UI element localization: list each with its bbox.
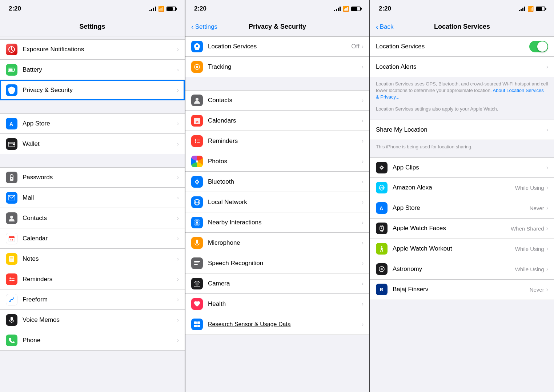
chevron-bajaj: › (546, 286, 548, 293)
label-contacts: Contacts (23, 215, 177, 222)
settings-row-reminders-p2[interactable]: Reminders › (185, 131, 369, 151)
settings-row-calendar[interactable]: 15 Calendar › (0, 228, 185, 249)
chevron-share: › (546, 127, 548, 133)
settings-list-3[interactable]: Location Services Location Alerts › Loca… (370, 36, 554, 392)
label-location-alerts: Location Alerts (376, 63, 546, 71)
settings-row-location[interactable]: Location Services Off › (185, 36, 369, 57)
icon-location (191, 41, 203, 52)
svg-point-56 (196, 283, 198, 285)
nav-back-3[interactable]: ‹ Back (376, 23, 393, 31)
toggle-switch[interactable] (529, 41, 548, 52)
settings-row-research[interactable]: Research Sensor & Usage Data › (185, 314, 369, 335)
settings-row-localnetwork[interactable]: Local Network › (185, 192, 369, 212)
chevron-astronomy: › (546, 266, 548, 272)
chevron-phone: › (177, 337, 179, 344)
settings-row-health[interactable]: Health › (185, 294, 369, 314)
value-appstore-loc: Never (530, 205, 544, 211)
label-exposure: Exposure Notifications (23, 46, 177, 53)
settings-row-astronomy[interactable]: Astronomy While Using › (370, 259, 554, 280)
icon-privacy (6, 84, 17, 96)
settings-row-freeform[interactable]: Freeform › (0, 289, 185, 310)
settings-row-watchfaces[interactable]: Apple Watch Faces When Shared › (370, 219, 554, 239)
label-voicememos: Voice Memos (23, 316, 177, 324)
svg-rect-17 (13, 236, 14, 237)
signal-bar-1 (149, 10, 150, 11)
status-icons-3: 📶 (519, 6, 545, 12)
settings-row-appclips[interactable]: App Clips › (370, 157, 554, 178)
panel-privacy: 2:20 📶 ‹ Settings Privacy & Security (185, 0, 369, 392)
chevron-watchfaces: › (546, 225, 548, 232)
label-reminders: Reminders (23, 276, 177, 283)
nav-back-2[interactable]: ‹ Settings (191, 23, 217, 31)
location-description: Location Services uses GPS, Bluetooth, a… (370, 77, 554, 102)
status-bar-1: 2:20 📶 (0, 0, 185, 17)
settings-row-battery[interactable]: Battery › (0, 60, 185, 80)
settings-row-wallet[interactable]: Wallet › (0, 134, 185, 154)
back-label-2[interactable]: Settings (195, 23, 217, 31)
settings-row-bajaj[interactable]: B Bajaj Finserv Never › (370, 280, 554, 300)
chevron-appstore: › (177, 120, 179, 127)
svg-text:15: 15 (10, 239, 13, 241)
settings-row-notes[interactable]: Notes › (0, 249, 185, 269)
icon-microphone (191, 237, 203, 249)
icon-bluetooth (191, 176, 203, 188)
label-watchworkout: Apple Watch Workout (393, 245, 515, 252)
spacer-bottom-2 (185, 335, 369, 348)
icon-alexa: alexa (376, 182, 388, 193)
settings-row-passwords[interactable]: Passwords › (0, 167, 185, 188)
settings-list-1[interactable]: Exposure Notifications › Battery › Priva… (0, 36, 185, 392)
chevron-contacts: › (177, 215, 179, 221)
chevron-health: › (362, 301, 364, 307)
label-appclips: App Clips (393, 164, 546, 171)
settings-row-share[interactable]: Share My Location › (370, 120, 554, 140)
icon-freeform (6, 294, 17, 305)
settings-row-contacts-p2[interactable]: Contacts › (185, 90, 369, 111)
settings-row-calendars[interactable]: 15 Calendars › (185, 111, 369, 131)
settings-row-mail[interactable]: Mail › (0, 188, 185, 208)
svg-point-25 (9, 280, 11, 281)
settings-row-exposure[interactable]: Exposure Notifications › (0, 39, 185, 60)
settings-row-appstore-loc[interactable]: A App Store Never › (370, 198, 554, 219)
settings-row-watchworkout[interactable]: Apple Watch Workout While Using › (370, 239, 554, 259)
settings-row-contacts[interactable]: Contacts › (0, 208, 185, 228)
chevron-bluetooth: › (362, 179, 364, 185)
label-location: Location Services (208, 43, 351, 50)
settings-row-camera[interactable]: Camera › (185, 273, 369, 294)
settings-row-voicememos[interactable]: Voice Memos › (0, 310, 185, 330)
settings-row-alexa[interactable]: alexa Amazon Alexa While Using › (370, 178, 554, 198)
svg-text:A: A (9, 121, 13, 127)
chevron-mail: › (177, 195, 179, 201)
settings-row-toggle: Location Services (370, 36, 554, 57)
icon-voicememos (6, 314, 17, 326)
settings-row-reminders[interactable]: Reminders › (0, 269, 185, 289)
settings-row-appstore[interactable]: A App Store › (0, 113, 185, 134)
settings-row-bluetooth[interactable]: Bluetooth › (185, 172, 369, 192)
chevron-camera: › (362, 280, 364, 287)
settings-row-photos[interactable]: Photos › (185, 151, 369, 172)
svg-point-13 (10, 216, 13, 219)
chevron-privacy: › (177, 87, 179, 93)
settings-row-speech[interactable]: Speech Recognition › (185, 253, 369, 273)
settings-list-2[interactable]: Location Services Off › Tracking › Conta… (185, 36, 369, 392)
nav-title-2: Privacy & Security (249, 23, 306, 31)
icon-wallet (6, 138, 17, 150)
settings-row-nearby[interactable]: Nearby Interactions › (185, 212, 369, 233)
settings-row-location-alerts[interactable]: Location Alerts › (370, 57, 554, 77)
settings-row-privacy[interactable]: Privacy & Security › (0, 80, 185, 100)
settings-row-phone[interactable]: Phone › (0, 330, 185, 351)
nav-bar-3: ‹ Back Location Services (370, 17, 554, 36)
icon-health (191, 298, 203, 310)
label-mail: Mail (23, 194, 177, 201)
settings-row-tracking[interactable]: Tracking › (185, 57, 369, 77)
label-reminders-p2: Reminders (208, 137, 362, 145)
svg-rect-58 (197, 321, 200, 324)
chevron-calendar: › (177, 235, 179, 242)
time-3: 2:20 (379, 5, 391, 12)
svg-text:A: A (380, 205, 383, 211)
label-battery: Battery (23, 66, 177, 73)
battery-icon-3 (536, 7, 545, 11)
label-camera: Camera (208, 280, 362, 287)
icon-photos (191, 156, 203, 167)
settings-row-microphone[interactable]: Microphone › (185, 233, 369, 253)
back-label-3[interactable]: Back (380, 23, 394, 31)
